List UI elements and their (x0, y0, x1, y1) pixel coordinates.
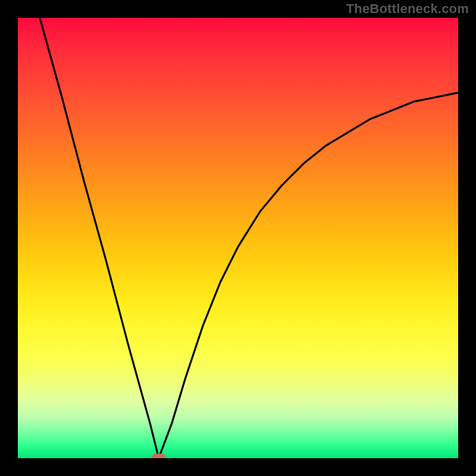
attribution-text: TheBottleneck.com (346, 1, 469, 17)
curve-svg (18, 18, 458, 458)
optimum-marker (151, 454, 166, 458)
plot-area (18, 18, 458, 458)
chart-frame: TheBottleneck.com (0, 0, 476, 476)
bottleneck-curve (40, 18, 458, 458)
